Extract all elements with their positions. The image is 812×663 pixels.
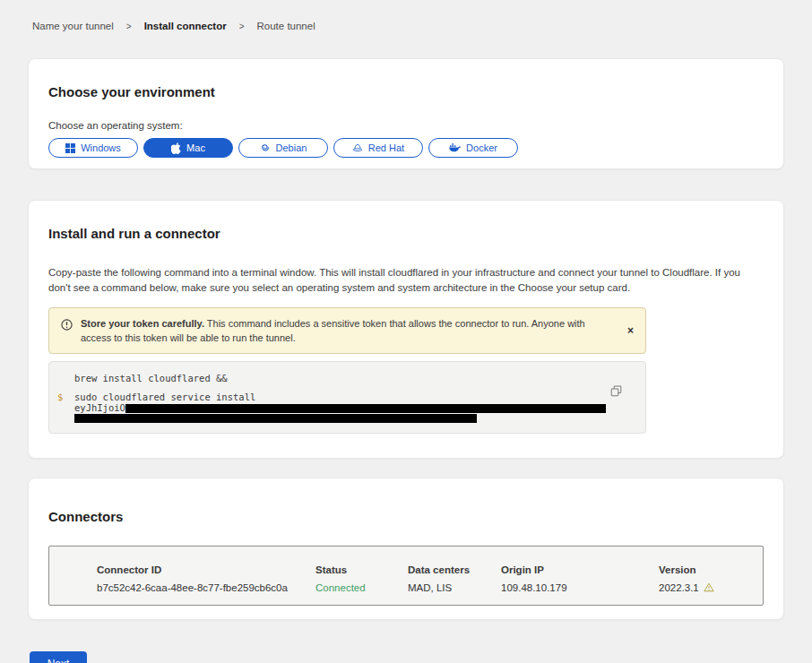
connector-id-value: b7c52c42-6caa-48ee-8c77-fbe259cb6c0a <box>97 582 315 593</box>
os-button-label: Debian <box>276 142 307 153</box>
next-button[interactable]: Next <box>30 651 87 663</box>
breadcrumb-name-your-tunnel[interactable]: Name your tunnel <box>32 21 114 31</box>
shell-prompt: $ <box>57 392 63 402</box>
choose-environment-card: Choose your environment Choose an operat… <box>28 58 784 169</box>
code-line-sudo: $ sudo cloudflared service install <box>74 392 606 402</box>
docker-icon <box>449 143 461 152</box>
os-button-docker[interactable]: Docker <box>428 138 518 158</box>
column-header-status: Status <box>315 564 408 575</box>
os-button-label: Mac <box>186 142 205 153</box>
os-button-label: Docker <box>466 142 497 153</box>
breadcrumb: Name your tunnel > Install connector > R… <box>32 21 784 31</box>
redacted-token-bar <box>74 414 477 423</box>
column-header-origin-ip: Origin IP <box>501 564 659 575</box>
breadcrumb-install-connector[interactable]: Install connector <box>144 21 227 31</box>
breadcrumb-route-tunnel[interactable]: Route tunnel <box>257 21 315 31</box>
os-button-group: Windows Mac Debian Red Hat <box>48 138 764 158</box>
column-header-version: Version <box>659 564 763 575</box>
close-icon[interactable]: × <box>627 325 634 336</box>
warning-title: Store your token carefully. <box>81 318 204 329</box>
version-value: 2022.3.1 <box>659 582 699 593</box>
redhat-icon <box>352 143 363 153</box>
token-prefix-text: eyJhIjoiO <box>74 403 125 413</box>
page: Name your tunnel > Install connector > R… <box>0 0 812 663</box>
connectors-table: Connector ID Status Data centers Origin … <box>48 546 764 606</box>
token-warning-banner: Store your token carefully. This command… <box>48 307 646 354</box>
os-button-mac[interactable]: Mac <box>143 138 233 158</box>
redacted-token-bar <box>125 404 606 413</box>
token-line: eyJhIjoiO <box>74 403 606 413</box>
table-header-row: Connector ID Status Data centers Origin … <box>97 564 763 575</box>
install-description: Copy-paste the following command into a … <box>48 265 764 296</box>
os-button-windows[interactable]: Windows <box>48 138 138 158</box>
os-button-label: Windows <box>81 142 121 153</box>
os-button-label: Red Hat <box>368 142 404 153</box>
os-button-redhat[interactable]: Red Hat <box>333 138 423 158</box>
footer: Next <box>30 651 784 663</box>
copy-icon[interactable] <box>610 385 622 400</box>
breadcrumb-separator: > <box>126 22 132 31</box>
environment-card-title: Choose your environment <box>48 84 764 100</box>
data-centers-value: MAD, LIS <box>408 582 501 593</box>
install-connector-card: Install and run a connector Copy-paste t… <box>28 200 784 459</box>
code-command-text: sudo cloudflared service install <box>74 392 255 402</box>
warning-text: Store your token carefully. This command… <box>81 316 609 345</box>
apple-icon <box>171 142 181 154</box>
connectors-card-title: Connectors <box>48 509 764 525</box>
column-header-data-centers: Data centers <box>408 564 501 575</box>
install-command-codeblock: brew install cloudflared && $ sudo cloud… <box>48 361 646 434</box>
alert-circle-icon <box>61 318 73 345</box>
origin-ip-value: 109.48.10.179 <box>501 582 659 593</box>
install-card-title: Install and run a connector <box>48 226 764 242</box>
column-header-connector-id: Connector ID <box>97 564 315 575</box>
windows-icon <box>65 143 75 153</box>
debian-icon <box>260 142 271 153</box>
code-line-brew: brew install cloudflared && <box>74 374 606 383</box>
warning-triangle-icon <box>704 582 714 592</box>
connectors-card: Connectors Connector ID Status Data cent… <box>28 478 784 620</box>
os-button-debian[interactable]: Debian <box>238 138 328 158</box>
table-row: b7c52c42-6caa-48ee-8c77-fbe259cb6c0a Con… <box>97 582 763 593</box>
status-badge: Connected <box>315 582 408 593</box>
breadcrumb-separator: > <box>239 22 245 31</box>
os-select-label: Choose an operating system: <box>48 120 764 131</box>
